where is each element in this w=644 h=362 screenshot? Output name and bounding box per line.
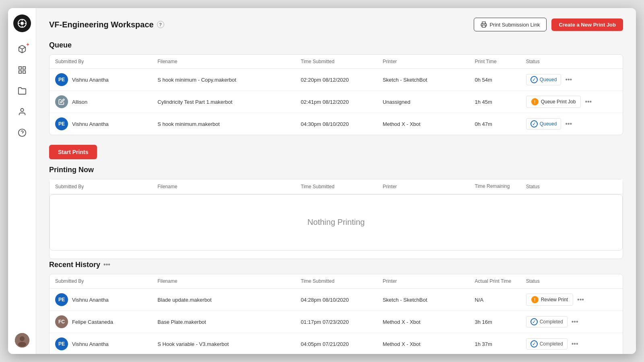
printer-cell: Method X - Xbot: [377, 333, 469, 354]
filename-cell: Cylindricity Test Part 1.makerbot: [152, 91, 295, 113]
queue-col-printer: Printer: [377, 55, 469, 69]
history-col-printer: Printer: [377, 274, 469, 289]
avatar: PE: [55, 293, 68, 306]
queue-print-job-button[interactable]: ! Queue Print Job: [526, 96, 581, 108]
sidebar-item-files[interactable]: [13, 82, 31, 100]
printing-col-submitted-by: Submitted By: [50, 179, 152, 194]
user-avatar[interactable]: [15, 333, 29, 348]
history-col-actual-print-time: Actual Print Time: [469, 274, 520, 289]
printer-cell: Method X - Xbot: [377, 311, 469, 333]
username: Allison: [72, 99, 87, 105]
table-row: Allison Cylindricity Test Part 1.makerbo…: [50, 91, 623, 113]
status-cell: ✓ Completed •••: [526, 338, 617, 350]
avatar: FC: [55, 315, 68, 328]
printing-col-printer: Printer: [377, 179, 469, 194]
row-menu-dots[interactable]: •••: [564, 120, 574, 128]
start-prints-button[interactable]: Start Prints: [49, 145, 97, 159]
svg-point-1: [21, 22, 24, 25]
logo-icon: [17, 19, 27, 28]
svg-rect-9: [19, 71, 21, 73]
edit-icon: [58, 99, 65, 105]
row-menu-dots[interactable]: •••: [570, 318, 580, 325]
status-cell-container: ! Queue Print Job •••: [520, 91, 623, 113]
queue-col-print-time: Print Time: [469, 55, 520, 69]
queued-icon: ✓: [530, 76, 538, 83]
printing-now-title: Printing Now: [49, 166, 623, 174]
warning-icon: !: [531, 98, 539, 105]
submitted-by-cell: FC Felipe Castaneda: [50, 311, 152, 333]
help-tooltip-icon[interactable]: ?: [157, 21, 164, 28]
time-submitted-cell: 01:17pm 07/23/2020: [295, 311, 377, 333]
queue-section-title: Queue: [49, 41, 623, 49]
filename-cell: S hook minimum - Copy.makerbot: [152, 69, 295, 91]
sidebar-item-print-add[interactable]: [13, 40, 31, 58]
username: Vishnu Anantha: [72, 77, 109, 83]
sidebar-item-users[interactable]: [13, 103, 31, 121]
sidebar-item-help[interactable]: [13, 124, 31, 142]
table-row: PE Vishnu Anantha S hook minimum - Copy.…: [50, 69, 623, 91]
history-col-submitted-by: Submitted By: [50, 274, 152, 289]
workspace-title-text: VF-Engineering Workspace: [49, 20, 154, 29]
printing-col-time-remaining: Time Remaining: [469, 179, 520, 194]
history-table: Submitted By Filename Time Submitted Pri…: [50, 274, 623, 354]
status-cell-container: ✓ Queued •••: [520, 113, 623, 135]
username: Vishnu Anantha: [72, 297, 109, 303]
printer-icon: [481, 21, 487, 28]
queue-table: Submitted By Filename Time Submitted Pri…: [50, 55, 623, 135]
status-badge-completed: ✓ Completed: [526, 338, 568, 350]
filename-cell: S hook minimum.makerbot: [152, 113, 295, 135]
row-menu-dots[interactable]: •••: [583, 98, 593, 105]
create-new-print-job-label: Create a New Print Job: [559, 22, 616, 28]
person-icon: [18, 107, 27, 116]
avatar: PE: [55, 73, 68, 86]
printer-cell: Unassigned: [377, 91, 469, 113]
top-actions: Print Submission Link Create a New Print…: [474, 18, 623, 31]
username: Felipe Castaneda: [72, 319, 113, 325]
status-cell: ! Review Print •••: [526, 294, 617, 306]
avatar: PE: [55, 117, 68, 130]
printing-col-status: Status: [520, 179, 623, 194]
user-cell: PE Vishnu Anantha: [55, 117, 146, 130]
row-menu-dots[interactable]: •••: [570, 340, 580, 348]
print-time-cell: 0h 54m: [469, 69, 520, 91]
username: Vishnu Anantha: [72, 341, 109, 347]
user-cell: PE Vishnu Anantha: [55, 73, 146, 86]
review-print-button[interactable]: ! Review Print: [526, 294, 573, 306]
nothing-printing-message: Nothing Printing: [50, 194, 623, 251]
history-col-status: Status: [520, 274, 623, 289]
time-submitted-cell: 02:20pm 08/12/2020: [295, 69, 377, 91]
row-menu-dots[interactable]: •••: [564, 76, 574, 83]
sidebar-logo[interactable]: [13, 14, 31, 32]
table-row: FC Felipe Castaneda Base Plate.makerbot …: [50, 311, 623, 333]
row-menu-dots[interactable]: •••: [576, 296, 586, 303]
recent-history-title: Recent History •••: [49, 261, 623, 269]
sidebar-item-dashboard[interactable]: [13, 61, 31, 79]
printing-now-section: Printing Now Submitted By Filename Time …: [49, 166, 623, 259]
status-badge-completed: ✓ Completed: [526, 316, 568, 327]
user-cell: PE Vishnu Anantha: [55, 293, 146, 306]
filename-cell: S Hook variable - V3.makerbot: [152, 333, 295, 354]
question-icon: [18, 128, 27, 137]
history-col-filename: Filename: [152, 274, 295, 289]
recent-history-section: Recent History ••• Submitted By Filename…: [49, 261, 623, 354]
filename-cell: Base Plate.makerbot: [152, 311, 295, 333]
history-menu-dots[interactable]: •••: [103, 261, 110, 268]
sidebar-bottom: [15, 333, 29, 348]
history-col-time: Time Submitted: [295, 274, 377, 289]
queue-section: Queue Submitted By Filename Time Submitt…: [49, 41, 623, 166]
time-submitted-cell: 04:30pm 08/10/2020: [295, 113, 377, 135]
queue-table-container: Submitted By Filename Time Submitted Pri…: [49, 54, 623, 135]
avatar: PE: [55, 337, 68, 350]
queue-col-submitted-by: Submitted By: [50, 55, 152, 69]
user-cell: Allison: [55, 95, 146, 108]
actual-print-time-cell: 3h 16m: [469, 311, 520, 333]
main-content: VF-Engineering Workspace ? Print Submiss…: [36, 8, 636, 354]
submitted-by-cell: Allison: [50, 91, 152, 113]
print-submission-link-label: Print Submission Link: [489, 22, 540, 28]
submitted-by-cell: PE Vishnu Anantha: [50, 113, 152, 135]
actual-print-time-cell: 1h 37m: [469, 333, 520, 354]
status-cell: ✓ Queued •••: [526, 118, 617, 130]
print-submission-link-button[interactable]: Print Submission Link: [474, 18, 547, 31]
create-new-print-job-button[interactable]: Create a New Print Job: [551, 19, 623, 31]
svg-point-15: [20, 336, 25, 341]
